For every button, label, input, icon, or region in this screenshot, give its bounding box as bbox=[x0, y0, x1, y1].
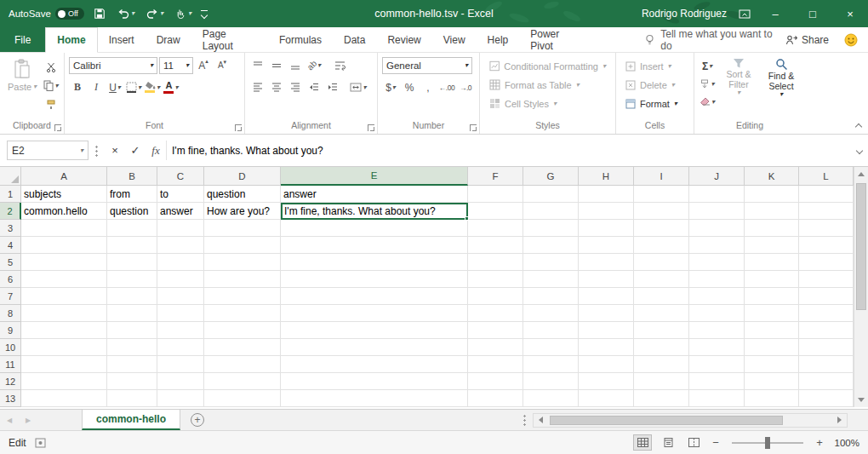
column-header-L[interactable]: L bbox=[799, 167, 854, 186]
underline-button[interactable]: U ▾ bbox=[106, 79, 123, 95]
cell-B11[interactable] bbox=[107, 356, 157, 373]
zoom-level[interactable]: 100% bbox=[832, 438, 859, 448]
font-size-select[interactable]: 11 ▾ bbox=[159, 57, 193, 74]
cell-E7[interactable] bbox=[281, 288, 468, 305]
cell-B13[interactable] bbox=[107, 390, 157, 407]
row-header-2[interactable]: 2 bbox=[0, 203, 21, 220]
cell-H12[interactable] bbox=[579, 373, 634, 390]
cell-G8[interactable] bbox=[523, 305, 579, 322]
cell-K12[interactable] bbox=[745, 373, 799, 390]
column-header-G[interactable]: G bbox=[523, 167, 579, 186]
cell-D6[interactable] bbox=[204, 271, 281, 288]
cell-J1[interactable] bbox=[689, 186, 745, 203]
cell-G9[interactable] bbox=[523, 322, 579, 339]
cell-A6[interactable] bbox=[21, 271, 107, 288]
cell-J6[interactable] bbox=[689, 271, 745, 288]
increase-decimal-button[interactable]: ←.00 bbox=[438, 79, 455, 95]
row-header-6[interactable]: 6 bbox=[0, 271, 21, 288]
percent-style-button[interactable]: % bbox=[401, 79, 418, 95]
column-header-D[interactable]: D bbox=[204, 167, 281, 186]
cell-B10[interactable] bbox=[107, 339, 157, 356]
page-break-preview-button[interactable] bbox=[684, 434, 703, 451]
cell-B12[interactable] bbox=[107, 373, 157, 390]
close-button[interactable]: × bbox=[837, 0, 863, 27]
cell-I4[interactable] bbox=[634, 237, 689, 254]
cell-H8[interactable] bbox=[579, 305, 634, 322]
cell-H7[interactable] bbox=[579, 288, 634, 305]
cell-L6[interactable] bbox=[799, 271, 854, 288]
font-dialog-launcher[interactable] bbox=[235, 124, 242, 131]
cell-L9[interactable] bbox=[799, 322, 854, 339]
zoom-in-button[interactable]: + bbox=[814, 436, 825, 449]
cell-K8[interactable] bbox=[745, 305, 799, 322]
cell-A2[interactable]: common.hello bbox=[21, 203, 107, 220]
sheet-nav-next-button[interactable]: ▶ bbox=[19, 410, 37, 430]
clipboard-dialog-launcher[interactable] bbox=[54, 124, 61, 131]
find-select-button[interactable]: Find & Select ▾ bbox=[762, 55, 801, 120]
page-layout-view-button[interactable] bbox=[659, 434, 677, 451]
cell-D5[interactable] bbox=[204, 254, 281, 271]
cell-B1[interactable]: from bbox=[107, 186, 157, 203]
cell-K2[interactable] bbox=[745, 203, 799, 220]
middle-align-button[interactable] bbox=[268, 57, 285, 73]
row-header-11[interactable]: 11 bbox=[0, 356, 21, 373]
cell-L10[interactable] bbox=[799, 339, 854, 356]
maximize-button[interactable]: □ bbox=[800, 0, 825, 27]
row-header-5[interactable]: 5 bbox=[0, 254, 21, 271]
ribbon-tab-view[interactable]: View bbox=[432, 27, 477, 52]
minimize-button[interactable]: – bbox=[762, 0, 788, 27]
bottom-align-button[interactable] bbox=[287, 57, 304, 73]
insert-function-button[interactable]: fx bbox=[146, 141, 166, 160]
normal-view-button[interactable] bbox=[633, 434, 652, 451]
cell-B9[interactable] bbox=[107, 322, 157, 339]
cell-L7[interactable] bbox=[799, 288, 854, 305]
cell-E6[interactable] bbox=[281, 271, 468, 288]
cell-I10[interactable] bbox=[634, 339, 689, 356]
cell-D3[interactable] bbox=[204, 220, 281, 237]
cell-L11[interactable] bbox=[799, 356, 854, 373]
cell-K1[interactable] bbox=[745, 186, 799, 203]
wrap-text-button[interactable] bbox=[331, 57, 348, 73]
paste-button[interactable]: Paste▾ bbox=[4, 55, 40, 120]
zoom-slider-thumb[interactable] bbox=[765, 437, 770, 449]
cell-E8[interactable] bbox=[281, 305, 468, 322]
cell-F8[interactable] bbox=[468, 305, 523, 322]
cell-H1[interactable] bbox=[579, 186, 634, 203]
format-painter-button[interactable] bbox=[43, 96, 60, 112]
increase-indent-button[interactable] bbox=[324, 79, 341, 95]
cell-E4[interactable] bbox=[281, 237, 468, 254]
cell-D8[interactable] bbox=[204, 305, 281, 322]
share-button[interactable]: Share bbox=[785, 27, 829, 52]
scroll-down-button[interactable] bbox=[854, 393, 868, 407]
fill-handle[interactable] bbox=[465, 216, 469, 221]
cell-C7[interactable] bbox=[157, 288, 204, 305]
cell-K11[interactable] bbox=[745, 356, 799, 373]
cell-L4[interactable] bbox=[799, 237, 854, 254]
cell-I2[interactable] bbox=[634, 203, 689, 220]
user-name[interactable]: Rodrigo Rodriguez bbox=[642, 8, 727, 20]
cell-H13[interactable] bbox=[579, 390, 634, 407]
cell-F3[interactable] bbox=[468, 220, 523, 237]
cell-I8[interactable] bbox=[634, 305, 689, 322]
cell-J5[interactable] bbox=[689, 254, 745, 271]
cell-H5[interactable] bbox=[579, 254, 634, 271]
formula-input[interactable]: I'm fine, thanks. What about you? bbox=[166, 141, 851, 160]
cell-G11[interactable] bbox=[523, 356, 579, 373]
borders-button[interactable]: ▾ bbox=[125, 79, 142, 95]
sheet-tab-common-hello[interactable]: common-hello bbox=[82, 410, 180, 430]
cell-C11[interactable] bbox=[157, 356, 204, 373]
cell-L12[interactable] bbox=[799, 373, 854, 390]
cell-G12[interactable] bbox=[523, 373, 579, 390]
cell-J10[interactable] bbox=[689, 339, 745, 356]
cell-E12[interactable] bbox=[281, 373, 468, 390]
ribbon-tab-home[interactable]: Home bbox=[45, 27, 97, 53]
column-header-C[interactable]: C bbox=[157, 167, 204, 186]
cell-E11[interactable] bbox=[281, 356, 468, 373]
vertical-scroll-track[interactable] bbox=[854, 181, 868, 393]
font-name-select[interactable]: Calibri ▾ bbox=[69, 57, 157, 74]
cell-K4[interactable] bbox=[745, 237, 799, 254]
cell-H6[interactable] bbox=[579, 271, 634, 288]
cell-D13[interactable] bbox=[204, 390, 281, 407]
ribbon-display-options-icon[interactable] bbox=[739, 9, 751, 20]
ribbon-tab-data[interactable]: Data bbox=[333, 27, 376, 52]
